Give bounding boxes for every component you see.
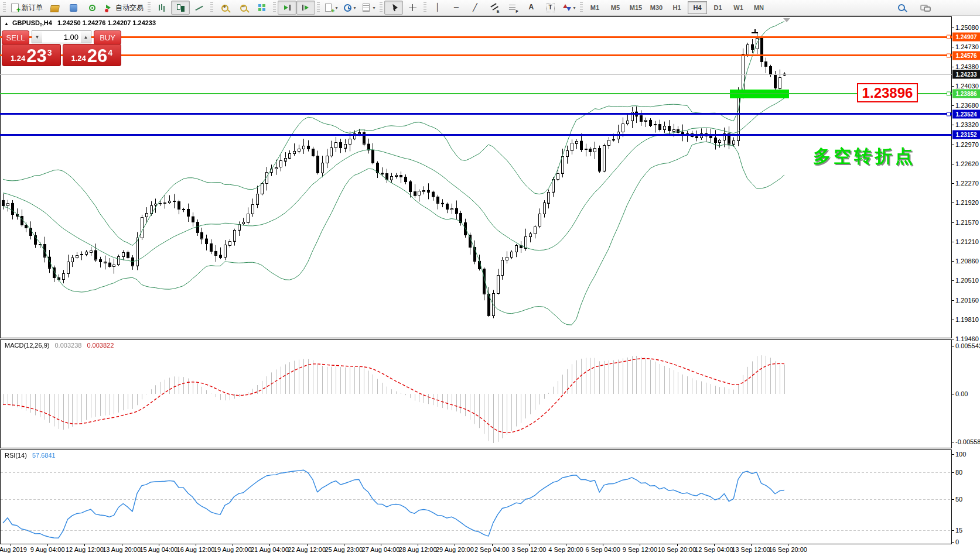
text-button[interactable] — [522, 1, 541, 15]
arrows-button[interactable]: ▾ — [559, 1, 578, 15]
time-label: 13 Aug 20:00 — [103, 546, 141, 553]
support-line-blue-1-handle[interactable] — [947, 112, 951, 116]
support-line-blue-2[interactable] — [0, 134, 952, 136]
resistance-line-2-handle[interactable] — [947, 53, 951, 57]
signals-icon — [89, 5, 95, 11]
trade-panel-collapse-caret[interactable]: ▼ — [39, 23, 43, 28]
timeframe-h4[interactable]: H4 — [688, 1, 707, 14]
timeframe-m15[interactable]: M15 — [626, 1, 646, 14]
zoom-out-icon — [240, 5, 247, 12]
chart-shift-marker[interactable] — [783, 18, 790, 22]
line-chart-icon — [194, 3, 204, 12]
buy-button[interactable]: BUY — [94, 30, 121, 44]
tile-windows-button[interactable] — [252, 1, 271, 15]
sell-price-button[interactable]: 1.24 23 3 — [2, 44, 61, 66]
price-tick-label: 1.20160 — [955, 297, 979, 304]
price-tick-label: 1.21570 — [955, 219, 979, 226]
horizontal-line-button[interactable]: ─ — [447, 1, 466, 15]
new-order-button[interactable]: 新订单 — [8, 1, 45, 15]
scale-tick — [952, 145, 954, 145]
periods-button-caret[interactable]: ▾ — [353, 5, 356, 11]
line-chart-button[interactable] — [190, 1, 209, 15]
time-label: 12 Aug 12:00 — [66, 546, 104, 553]
main-chart-panel — [0, 16, 952, 338]
history-center-button[interactable] — [64, 1, 83, 15]
support-line-green[interactable] — [0, 93, 952, 94]
bid-price-line[interactable] — [0, 74, 952, 75]
support-line-blue-1-price-tag: 1.23524 — [952, 109, 980, 118]
sell-button[interactable]: SELL — [2, 30, 29, 44]
periods-button[interactable]: ▾ — [340, 1, 359, 15]
support-line-green-handle[interactable] — [947, 92, 951, 96]
timeframe-m30[interactable]: M30 — [647, 1, 666, 14]
chart-shift-button[interactable] — [296, 1, 315, 15]
time-label: 28 Aug 12:00 — [399, 546, 437, 553]
vertical-line-button[interactable]: │ — [428, 1, 447, 15]
sell-price-pip: 3 — [47, 48, 52, 57]
rsi-label: RSI(14) 57.6841 — [5, 452, 56, 459]
resistance-line-2[interactable] — [0, 54, 952, 56]
symbol-collapse-icon[interactable]: ▲ — [4, 21, 9, 26]
indicators-button-caret[interactable]: ▾ — [335, 5, 337, 11]
signals-button[interactable] — [83, 1, 101, 15]
support-line-blue-2-price-tag: 1.23152 — [952, 131, 980, 139]
time-label: 7 Aug 2019 — [0, 546, 27, 553]
timeframe-m5[interactable]: M5 — [606, 1, 625, 14]
trendline-button[interactable]: ╱ — [466, 1, 484, 15]
arrows-button-caret[interactable]: ▾ — [573, 5, 575, 11]
timeframe-mn[interactable]: MN — [749, 1, 769, 14]
text-label-button[interactable] — [541, 1, 559, 15]
volume-increase-button[interactable]: ▲ — [81, 31, 91, 43]
autotrading-icon — [104, 3, 114, 12]
chat-button[interactable] — [916, 1, 934, 15]
fibonacci-button[interactable] — [503, 1, 522, 15]
scale-tick — [952, 125, 954, 125]
autotrading-button[interactable]: 自动交易 — [101, 1, 146, 15]
resistance-line-1[interactable] — [0, 36, 952, 38]
timeframe-w1[interactable]: W1 — [729, 1, 748, 14]
scale-tick — [952, 183, 954, 184]
cursor-button[interactable] — [384, 1, 403, 15]
time-label: 21 Aug 04:00 — [251, 546, 289, 553]
toolbar-group-grip — [317, 2, 320, 13]
level-annotation-box[interactable]: 1.23896 — [857, 83, 918, 102]
templates-button[interactable]: ▾ — [359, 1, 378, 15]
buy-price-button[interactable]: 1.24 26 4 — [63, 44, 122, 66]
sell-price-prefix: 1.24 — [11, 54, 25, 63]
auto-scroll-button[interactable] — [278, 1, 296, 15]
periods-icon — [344, 4, 351, 12]
templates-button-caret[interactable]: ▾ — [373, 5, 375, 11]
timeframe-d1[interactable]: D1 — [708, 1, 728, 14]
zoom-out-button[interactable] — [234, 1, 252, 15]
equidistant-channel-icon — [489, 3, 499, 12]
timeframe-h1[interactable]: H1 — [667, 1, 687, 14]
peak-marker — [752, 32, 758, 33]
rsi-panel — [0, 449, 952, 544]
search-button[interactable] — [892, 1, 911, 15]
zoom-in-button[interactable] — [215, 1, 234, 15]
support-line-blue-1[interactable] — [0, 113, 952, 115]
volume-input[interactable] — [42, 31, 81, 43]
equidistant-channel-button[interactable] — [484, 1, 503, 15]
macd-tick-label: -0.005583 — [955, 438, 980, 445]
price-tick-label: 1.21210 — [955, 238, 979, 245]
vertical-line-icon: │ — [433, 3, 443, 12]
market-watch-button[interactable] — [45, 1, 64, 15]
resistance-line-1-handle[interactable] — [947, 35, 951, 39]
timeframe-m1[interactable]: M1 — [585, 1, 605, 14]
symbol-info-bar[interactable]: ▲ GBPUSD-,H4 1.24250 1.24276 1.24207 1.2… — [4, 19, 156, 26]
turning-point-annotation[interactable]: 多空转折点 — [813, 145, 916, 169]
rsi-canvas[interactable] — [1, 450, 951, 544]
candlestick-chart-button[interactable] — [171, 1, 190, 15]
scale-tick — [952, 454, 954, 455]
volume-decrease-button[interactable]: ▼ — [32, 31, 42, 43]
time-label: 12 Sep 04:00 — [695, 546, 733, 553]
crosshair-button[interactable] — [403, 1, 422, 15]
toolbar-group-grip — [148, 2, 151, 13]
scale-tick — [952, 242, 954, 242]
macd-canvas[interactable] — [1, 340, 951, 448]
bar-chart-button[interactable] — [152, 1, 171, 15]
main-chart-canvas[interactable] — [1, 17, 951, 338]
time-scale[interactable]: 7 Aug 20199 Aug 04:0012 Aug 12:0013 Aug … — [0, 544, 980, 556]
indicators-button[interactable]: ▾ — [322, 1, 340, 15]
